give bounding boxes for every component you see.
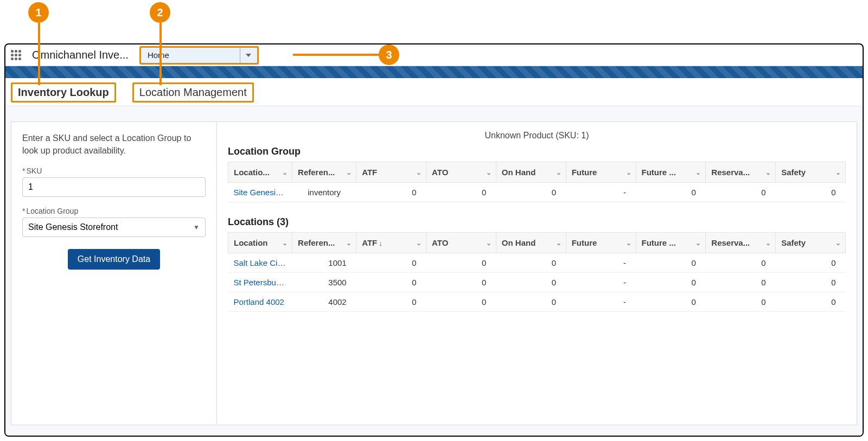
sku-label: *SKU	[22, 167, 206, 175]
chevron-down-icon: ⌄	[282, 169, 288, 176]
cell-atf: 0	[356, 183, 426, 202]
col-safety[interactable]: Safety⌄	[776, 162, 846, 183]
cell-on_hand: 0	[496, 292, 566, 312]
get-inventory-button[interactable]: Get Inventory Data	[68, 249, 160, 270]
chevron-down-icon: ⌄	[765, 169, 771, 176]
cell-safety: 0	[776, 292, 846, 312]
col-future[interactable]: Future⌄	[566, 233, 636, 253]
table-row: Salt Lake City...1001000-000	[228, 253, 846, 273]
col-location-group[interactable]: Locatio...⌄	[228, 162, 292, 183]
callout-line-3	[293, 54, 380, 56]
cell-safety: 0	[776, 273, 846, 292]
location-link[interactable]: Portland 4002	[234, 297, 284, 306]
header-decorative-band	[5, 66, 863, 78]
cell-reserved: 0	[706, 183, 776, 202]
chevron-down-icon: ⌄	[556, 239, 561, 247]
cell-future2: 0	[636, 253, 706, 273]
col-ato[interactable]: ATO⌄	[426, 162, 496, 183]
app-launcher-icon[interactable]	[11, 50, 21, 60]
filter-panel: Enter a SKU and select a Location Group …	[11, 122, 217, 425]
col-reference[interactable]: Referen...⌄	[292, 233, 356, 253]
table-row: Portland 40024002000-000	[228, 292, 846, 312]
cell-reference: 4002	[292, 292, 356, 312]
nav-select-label: Home	[141, 50, 240, 60]
col-location[interactable]: Location⌄	[228, 233, 292, 253]
col-future[interactable]: Future⌄	[566, 162, 636, 183]
location-link[interactable]: Salt Lake City...	[234, 258, 290, 267]
cell-future2: 0	[636, 292, 706, 312]
cell-on_hand: 0	[496, 183, 566, 202]
page-body: Inventory Lookup Location Management Ent…	[5, 78, 863, 436]
callout-badge-3: 3	[379, 44, 399, 65]
location-link[interactable]: Site Genesis ...	[234, 188, 289, 197]
cell-future2: 0	[636, 273, 706, 292]
cell-future: -	[566, 273, 636, 292]
cell-future: -	[566, 183, 636, 202]
chevron-down-icon: ⌄	[486, 239, 492, 247]
cell-on_hand: 0	[496, 273, 566, 292]
cell-reference: 1001	[292, 253, 356, 273]
chevron-down-icon: ⌄	[626, 239, 631, 247]
callout-line-1	[38, 23, 40, 85]
table-row: Site Genesis ...inventory000-000	[228, 183, 846, 202]
callout-badge-2: 2	[150, 2, 170, 23]
cell-atf: 0	[356, 273, 426, 292]
dropdown-triangle-icon: ▼	[193, 223, 200, 231]
col-ato[interactable]: ATO⌄	[426, 233, 496, 253]
chevron-down-icon[interactable]	[240, 48, 257, 63]
chevron-down-icon: ⌄	[695, 169, 701, 176]
table-row: St Petersburg...3500000-000	[228, 273, 846, 292]
cell-reference: inventory	[292, 183, 356, 202]
location-group-table: Locatio...⌄ Referen...⌄ ATF⌄ ATO⌄ On Han…	[228, 162, 846, 202]
col-atf-sorted[interactable]: ATF↓⌄	[356, 233, 426, 253]
chevron-down-icon: ⌄	[416, 169, 422, 176]
tab-row: Inventory Lookup Location Management	[5, 78, 863, 106]
col-future2[interactable]: Future ...⌄	[636, 162, 706, 183]
cell-on_hand: 0	[496, 253, 566, 273]
callout-badge-1: 1	[28, 2, 49, 23]
col-reference[interactable]: Referen...⌄	[292, 162, 356, 183]
content-row: Enter a SKU and select a Location Group …	[11, 122, 857, 425]
chevron-down-icon: ⌄	[835, 169, 841, 176]
callout-line-2	[159, 23, 162, 85]
filter-instruction: Enter a SKU and select a Location Group …	[22, 132, 206, 157]
tab-location-management[interactable]: Location Management	[132, 82, 254, 103]
chevron-down-icon: ⌄	[282, 239, 288, 247]
chevron-down-icon: ⌄	[835, 239, 841, 247]
chevron-down-icon: ⌄	[695, 239, 701, 247]
chevron-down-icon: ⌄	[556, 169, 561, 176]
cell-atf: 0	[356, 292, 426, 312]
section-title-locations: Locations (3)	[228, 216, 846, 228]
chevron-down-icon: ⌄	[416, 239, 422, 247]
cell-reserved: 0	[706, 273, 776, 292]
top-bar: Omnichannel Inve... Home	[5, 44, 863, 66]
location-group-selected: Site Genesis Storefront	[28, 222, 118, 232]
cell-ato: 0	[426, 183, 496, 202]
chevron-down-icon: ⌄	[346, 239, 352, 247]
col-safety[interactable]: Safety⌄	[776, 233, 846, 253]
col-on-hand[interactable]: On Hand⌄	[496, 162, 566, 183]
col-future2[interactable]: Future ...⌄	[636, 233, 706, 253]
app-frame: Omnichannel Inve... Home Inventory Looku…	[4, 43, 864, 437]
chevron-down-icon: ⌄	[346, 169, 352, 176]
col-atf[interactable]: ATF⌄	[356, 162, 426, 183]
tab-inventory-lookup[interactable]: Inventory Lookup	[11, 82, 116, 103]
product-title: Unknown Product (SKU: 1)	[228, 131, 846, 140]
col-reserved[interactable]: Reserva...⌄	[706, 233, 776, 253]
location-link[interactable]: St Petersburg...	[234, 278, 290, 287]
cell-future: -	[566, 253, 636, 273]
cell-reference: 3500	[292, 273, 356, 292]
cell-reserved: 0	[706, 253, 776, 273]
section-title-location-group: Location Group	[228, 146, 846, 157]
cell-future2: 0	[636, 183, 706, 202]
location-group-select[interactable]: Site Genesis Storefront ▼	[22, 218, 206, 237]
cell-ato: 0	[426, 292, 496, 312]
chevron-down-icon: ⌄	[486, 169, 492, 176]
results-panel: Unknown Product (SKU: 1) Location Group …	[217, 122, 857, 425]
locations-table: Location⌄ Referen...⌄ ATF↓⌄ ATO⌄ On Hand…	[228, 232, 846, 312]
cell-atf: 0	[356, 253, 426, 273]
sku-input[interactable]	[22, 177, 206, 197]
nav-select[interactable]: Home	[139, 46, 259, 65]
col-on-hand[interactable]: On Hand⌄	[496, 233, 566, 253]
col-reserved[interactable]: Reserva...⌄	[706, 162, 776, 183]
